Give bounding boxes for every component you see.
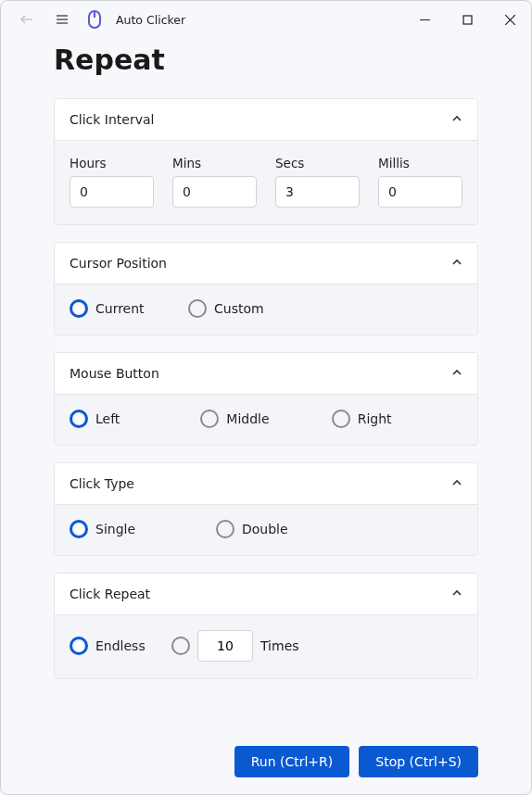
- secs-input[interactable]: [275, 176, 360, 208]
- radio-button-icon: [332, 410, 350, 428]
- times-label: Times: [260, 638, 299, 653]
- section-click-interval: Click Interval Hours Mins Secs Millis: [54, 98, 478, 225]
- radio-current[interactable]: Current: [70, 299, 162, 318]
- mins-label: Mins: [172, 156, 257, 170]
- radio-endless[interactable]: Endless: [70, 637, 153, 655]
- section-header[interactable]: Click Type: [55, 463, 477, 505]
- titlebar: Auto Clicker: [1, 1, 531, 38]
- millis-input[interactable]: [378, 176, 462, 208]
- svg-rect-2: [463, 16, 472, 24]
- run-button[interactable]: Run (Ctrl+R): [234, 746, 350, 777]
- times-input[interactable]: [197, 630, 253, 662]
- radio-button-icon: [216, 520, 234, 538]
- close-button[interactable]: [488, 1, 531, 38]
- chevron-up-icon: [451, 587, 462, 601]
- section-click-repeat: Click Repeat Endless Times: [54, 573, 478, 679]
- radio-button-icon: [70, 637, 88, 655]
- radio-double[interactable]: Double: [216, 520, 309, 538]
- radio-times[interactable]: Times: [171, 630, 299, 662]
- chevron-up-icon: [451, 366, 462, 381]
- radio-middle[interactable]: Middle: [200, 410, 331, 428]
- hours-label: Hours: [70, 156, 154, 170]
- radio-custom[interactable]: Custom: [188, 299, 281, 318]
- menu-button[interactable]: [51, 8, 73, 31]
- radio-button-icon: [171, 637, 190, 655]
- chevron-up-icon: [451, 112, 462, 127]
- page-title: Repeat: [54, 44, 478, 76]
- section-title: Click Type: [70, 476, 134, 491]
- mins-input[interactable]: [172, 176, 257, 208]
- app-name: Auto Clicker: [116, 13, 185, 27]
- section-title: Mouse Button: [70, 366, 159, 381]
- section-header[interactable]: Cursor Position: [55, 243, 477, 284]
- chevron-up-icon: [451, 256, 462, 271]
- radio-single[interactable]: Single: [70, 520, 190, 538]
- section-title: Click Interval: [70, 112, 154, 127]
- section-header[interactable]: Mouse Button: [55, 353, 477, 395]
- hours-input[interactable]: [70, 176, 154, 208]
- stop-button[interactable]: Stop (Ctrl+S): [359, 746, 478, 777]
- secs-label: Secs: [275, 156, 360, 170]
- section-header[interactable]: Click Repeat: [55, 574, 477, 615]
- radio-left[interactable]: Left: [70, 410, 200, 428]
- minimize-button[interactable]: [403, 1, 446, 38]
- maximize-button[interactable]: [446, 1, 488, 38]
- radio-button-icon: [188, 299, 207, 318]
- section-header[interactable]: Click Interval: [55, 99, 477, 141]
- millis-label: Millis: [378, 156, 462, 170]
- radio-right[interactable]: Right: [332, 410, 462, 428]
- radio-button-icon: [70, 410, 88, 428]
- app-icon: [86, 11, 103, 28]
- section-cursor-position: Cursor Position Current Custom: [54, 242, 478, 335]
- section-mouse-button: Mouse Button Left Middle Right: [54, 352, 478, 446]
- section-title: Cursor Position: [70, 256, 167, 271]
- section-click-type: Click Type Single Double: [54, 462, 478, 556]
- section-title: Click Repeat: [70, 587, 150, 601]
- back-button[interactable]: [16, 8, 38, 31]
- radio-button-icon: [70, 299, 88, 318]
- radio-button-icon: [70, 520, 88, 538]
- radio-button-icon: [200, 410, 219, 428]
- chevron-up-icon: [451, 476, 462, 491]
